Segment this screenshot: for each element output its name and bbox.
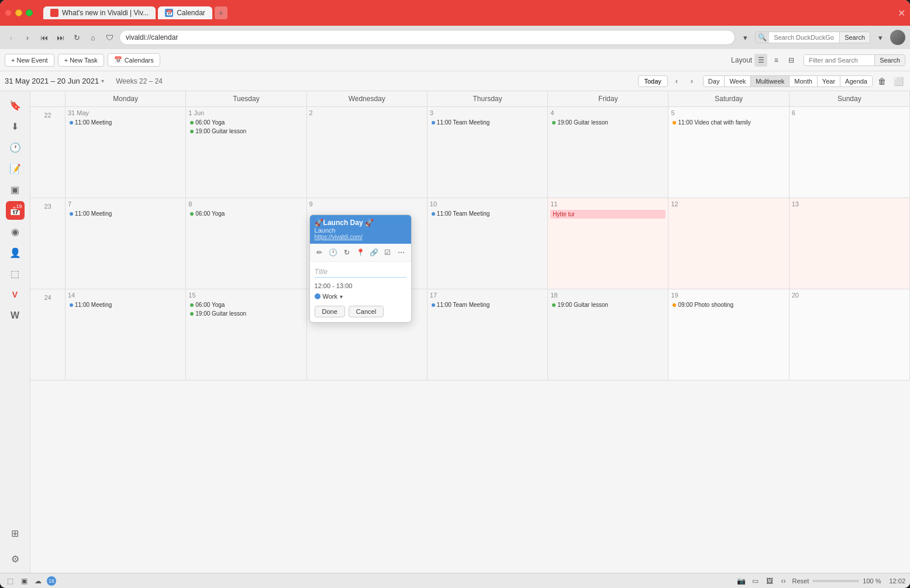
sidebar-icon-feed[interactable]: ◉	[6, 222, 25, 241]
cal-cell-4[interactable]: 4 19:00 Guitar lesson	[548, 107, 668, 198]
back-button[interactable]: ‹	[5, 31, 18, 44]
sidebar-icon-contacts[interactable]: 👤	[6, 243, 25, 262]
cal-cell-8[interactable]: 8 06:00 Yoga	[186, 198, 306, 289]
event-team-meeting-10[interactable]: 11:00 Team Meeting	[430, 210, 545, 217]
sb-panel-icon[interactable]: ⬚	[5, 576, 15, 586]
prev-week-button[interactable]: ‹	[670, 75, 683, 88]
sidebar-icon-panel[interactable]: ▣	[6, 180, 25, 199]
calendars-button[interactable]: 📅 Calendars	[108, 53, 160, 67]
sidebar-icon-wiki[interactable]: W	[6, 306, 25, 325]
ec-task-button[interactable]: ☑	[381, 246, 394, 259]
cal-cell-14[interactable]: 14 11:00 Meeting	[66, 289, 186, 380]
close-button[interactable]	[5, 9, 12, 16]
event-guitar-1[interactable]: 19:00 Guitar lesson	[188, 127, 304, 135]
event-guitar-2[interactable]: 19:00 Guitar lesson	[550, 119, 666, 126]
sidebar-icon-vivaldi[interactable]: V	[6, 285, 25, 304]
filter-input[interactable]	[804, 55, 874, 65]
forward-button[interactable]: ›	[21, 31, 34, 44]
search-input[interactable]	[769, 32, 839, 43]
sidebar-icon-bookmark[interactable]: 🔖	[6, 96, 25, 115]
today-button[interactable]: Today	[638, 75, 668, 87]
sidebar-icon-download[interactable]: ⬇	[6, 117, 25, 136]
cal-cell-20[interactable]: 20	[790, 289, 910, 380]
done-button[interactable]: Done	[315, 306, 345, 317]
sb-code-icon[interactable]: ‹›	[778, 576, 789, 586]
event-yoga-15[interactable]: 06:00 Yoga	[188, 301, 304, 309]
cal-cell-18[interactable]: 18 19:00 Guitar lesson	[548, 289, 668, 380]
event-team-meeting-17[interactable]: 11:00 Team Meeting	[430, 301, 545, 309]
search-dropdown[interactable]: ▾	[874, 31, 887, 44]
sb-camera-icon[interactable]: 📷	[736, 576, 747, 586]
layout-list-button[interactable]: ☰	[754, 54, 767, 67]
event-video-chat[interactable]: 11:00 Video chat with family	[671, 119, 786, 126]
filter-search-button[interactable]: Search	[874, 55, 905, 65]
address-dropdown[interactable]: ▾	[739, 31, 752, 44]
sidebar-icon-notes[interactable]: 📝	[6, 159, 25, 178]
cal-cell-19[interactable]: 19 09:00 Photo shooting	[668, 289, 789, 380]
ec-link-button[interactable]: 🔗	[368, 246, 380, 259]
layout-compact-button[interactable]: ≡	[770, 54, 783, 67]
event-meeting-7[interactable]: 11:00 Meeting	[68, 210, 183, 217]
event-meeting[interactable]: 11:00 Meeting	[68, 119, 183, 126]
cal-cell-9[interactable]: 9 🚀Launch Day 🚀 Launch https://vivaldi.c…	[307, 198, 428, 289]
cal-cell-10[interactable]: 10 11:00 Team Meeting	[428, 198, 548, 289]
cal-cell-6[interactable]: 6	[790, 107, 910, 198]
view-year[interactable]: Year	[818, 76, 840, 87]
event-yoga-1[interactable]: 06:00 Yoga	[188, 119, 304, 126]
reload-button[interactable]: ↻	[70, 31, 83, 44]
user-avatar[interactable]	[890, 30, 905, 45]
window-close-button[interactable]: ✕	[898, 8, 905, 19]
view-week[interactable]: Week	[725, 76, 751, 87]
zoom-slider[interactable]	[812, 580, 859, 582]
calendar-dropdown[interactable]: ▾	[340, 293, 343, 300]
cal-cell-3[interactable]: 3 11:00 Team Meeting	[428, 107, 548, 198]
sidebar-icon-capture[interactable]: ⬚	[6, 264, 25, 283]
ec-repeat-button[interactable]: ↻	[340, 246, 353, 259]
cal-cell-17[interactable]: 17 11:00 Team Meeting	[428, 289, 548, 380]
cal-cell-12[interactable]: 12	[668, 198, 789, 289]
home-button[interactable]: ⌂	[87, 31, 99, 44]
new-tab-button[interactable]: +	[215, 6, 227, 19]
layout-grid-button[interactable]: ⊟	[785, 54, 798, 67]
sb-layout-icon[interactable]: ▣	[19, 576, 29, 586]
cal-cell-15[interactable]: 15 06:00 Yoga 19:00 Guitar lesson	[186, 289, 306, 380]
cal-cell-2[interactable]: 2	[307, 107, 428, 198]
event-yoga-8[interactable]: 06:00 Yoga	[188, 210, 304, 217]
sb-notification-badge[interactable]: 16	[47, 576, 56, 586]
view-month[interactable]: Month	[790, 76, 818, 87]
event-photo-19[interactable]: 09:00 Photo shooting	[671, 301, 786, 309]
event-team-meeting-1[interactable]: 11:00 Team Meeting	[430, 119, 545, 126]
sb-window-icon[interactable]: ▭	[750, 576, 761, 586]
event-meeting-14[interactable]: 11:00 Meeting	[68, 301, 183, 309]
trash-button[interactable]: 🗑	[875, 74, 889, 88]
event-guitar-18[interactable]: 19:00 Guitar lesson	[550, 301, 666, 309]
ec-more-button[interactable]: ⋯	[395, 246, 407, 259]
event-guitar-15[interactable]: 19:00 Guitar lesson	[188, 310, 304, 317]
ec-clock-button[interactable]: 🕐	[327, 246, 339, 259]
new-task-button[interactable]: + New Task	[58, 54, 104, 67]
cal-cell-7[interactable]: 7 11:00 Meeting	[66, 198, 186, 289]
next-week-button[interactable]: ›	[685, 75, 698, 88]
cancel-button[interactable]: Cancel	[349, 306, 384, 317]
ec-edit-button[interactable]: ✏	[313, 246, 326, 259]
fast-forward-button[interactable]: ⏭	[54, 31, 67, 44]
view-agenda[interactable]: Agenda	[840, 76, 872, 87]
sidebar-icon-settings[interactable]: ⚙	[6, 549, 25, 568]
sb-cloud-icon[interactable]: ☁	[33, 576, 43, 586]
new-event-button[interactable]: + New Event	[5, 54, 54, 67]
minimize-button[interactable]	[15, 9, 22, 16]
cal-cell-11[interactable]: 11 Hytte tur	[548, 198, 668, 289]
address-input[interactable]: vivaldi://calendar	[119, 30, 735, 45]
maximize-button[interactable]	[26, 9, 33, 16]
allday-event-hytte[interactable]: Hytte tur	[550, 210, 666, 219]
cal-cell-31may[interactable]: 31 May 11:00 Meeting	[66, 107, 186, 198]
event-title-input[interactable]	[315, 267, 406, 278]
sb-image-icon[interactable]: 🖼	[764, 576, 775, 586]
date-range-dropdown[interactable]: ▾	[101, 78, 104, 84]
cal-cell-13[interactable]: 13	[790, 198, 910, 289]
sidebar-icon-calendar[interactable]: 📅 19	[6, 201, 25, 220]
fullscreen-button[interactable]: ⬜	[891, 74, 905, 88]
sidebar-icon-history[interactable]: 🕐	[6, 138, 25, 157]
cal-cell-1jun[interactable]: 1 Jun 06:00 Yoga 19:00 Guitar lesson	[186, 107, 306, 198]
cal-cell-5[interactable]: 5 11:00 Video chat with family	[668, 107, 789, 198]
